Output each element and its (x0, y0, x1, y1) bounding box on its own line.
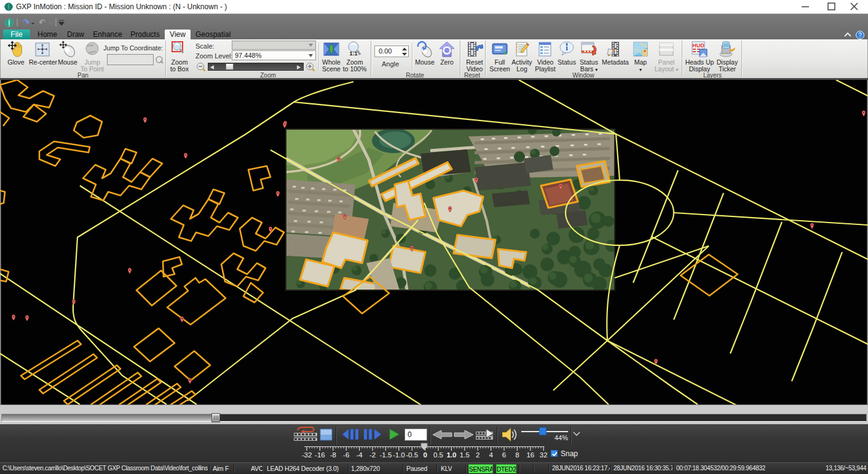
svg-text:?: ? (858, 32, 862, 39)
svg-text:HUD: HUD (692, 42, 704, 49)
svg-text:1:1: 1:1 (349, 50, 357, 57)
svg-text:20: 20 (724, 43, 728, 47)
